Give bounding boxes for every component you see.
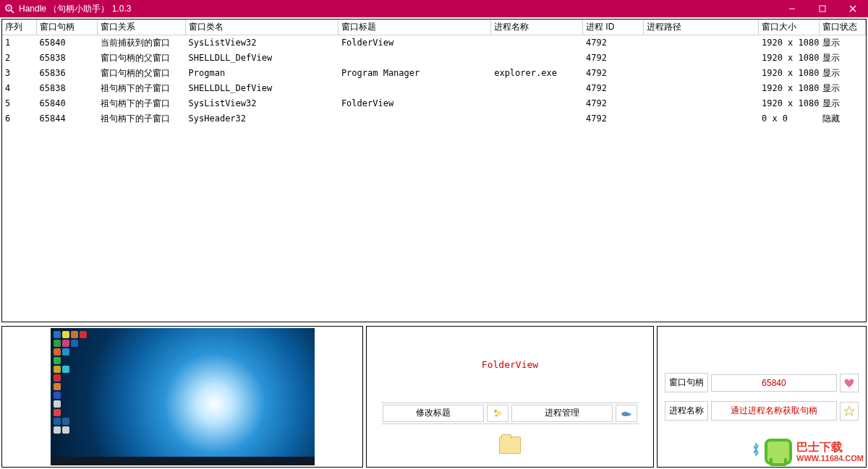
cell-path	[644, 96, 758, 111]
table-row[interactable]: 165840当前捕获到的窗口SysListView32FolderView479…	[2, 35, 866, 51]
cell-process	[491, 96, 583, 111]
folder-icon	[499, 436, 521, 454]
cell-handle: 65840	[37, 96, 98, 111]
cell-state: 显示	[820, 96, 866, 111]
svg-rect-4	[820, 6, 825, 12]
cell-class: SysListView32	[186, 35, 339, 51]
cell-state: 显示	[820, 35, 866, 51]
cell-title: Program Manager	[339, 66, 491, 81]
title-bar: Handle （句柄小助手） 1.0.3	[0, 0, 868, 17]
cell-size: 1920 x 1080	[759, 96, 820, 111]
table-row[interactable]: 665844祖句柄下的子窗口SysHeader3247920 x 0隐藏	[2, 111, 866, 126]
process-field-row: 进程名称 通过进程名称获取句柄	[665, 401, 859, 421]
watermark-url: WWW.11684.COM	[796, 454, 864, 462]
maximize-button[interactable]	[807, 0, 838, 17]
cell-state: 显示	[820, 81, 866, 96]
process-name-value[interactable]: 通过进程名称获取句柄	[711, 401, 837, 421]
cell-process: explorer.exe	[491, 66, 583, 81]
cell-relation: 祖句柄下的子窗口	[98, 96, 186, 111]
table-row[interactable]: 565840祖句柄下的子窗口SysListView32FolderView479…	[2, 96, 866, 111]
cell-relation: 窗口句柄的父窗口	[98, 51, 186, 66]
cell-state: 显示	[820, 66, 866, 81]
cell-seq: 5	[2, 96, 37, 111]
process-name-label: 进程名称	[665, 401, 708, 421]
cell-process	[491, 81, 583, 96]
table-row[interactable]: 465838祖句柄下的子窗口SHELLDLL_DefView47921920 x…	[2, 81, 866, 96]
watermark-text: 巴士下载 WWW.11684.COM	[796, 441, 864, 462]
col-state[interactable]: 窗口状态	[820, 20, 866, 35]
bottom-area: FolderView 修改标题 进程管理 窗口句柄 65840 进程名称 通过进…	[0, 324, 868, 469]
col-path[interactable]: 进程路径	[644, 20, 758, 35]
svg-point-9	[495, 414, 498, 416]
cell-pid: 4792	[583, 96, 644, 111]
close-button[interactable]	[838, 0, 868, 17]
desktop-icons	[54, 331, 87, 434]
handle-table-area: 序列 窗口句柄 窗口关系 窗口类名 窗口标题 进程名称 进程 ID 进程路径 窗…	[1, 19, 867, 322]
mid-buttons-row: 修改标题 进程管理	[381, 403, 639, 424]
table-row[interactable]: 265838窗口句柄的父窗口SHELLDLL_DefView47921920 x…	[2, 51, 866, 66]
table-row[interactable]: 365836窗口句柄的父窗口ProgmanProgram Managerexpl…	[2, 66, 866, 81]
process-manage-button[interactable]: 进程管理	[511, 405, 613, 422]
col-title[interactable]: 窗口标题	[339, 20, 491, 35]
cell-pid: 4792	[583, 81, 644, 96]
cell-class: SysHeader32	[186, 111, 339, 126]
svg-line-2	[11, 10, 14, 13]
cell-process	[491, 35, 583, 51]
cell-title	[339, 111, 491, 126]
heart-icon[interactable]	[840, 374, 859, 392]
cell-relation: 祖句柄下的子窗口	[98, 111, 186, 126]
col-seq[interactable]: 序列	[2, 20, 37, 35]
star-icon[interactable]	[840, 402, 859, 421]
cell-size: 1920 x 1080	[759, 51, 820, 66]
cell-pid: 4792	[583, 51, 644, 66]
cell-state: 显示	[820, 51, 866, 66]
cell-size: 1920 x 1080	[759, 81, 820, 96]
cell-path	[644, 111, 758, 126]
col-size[interactable]: 窗口大小	[759, 20, 820, 35]
cell-size: 1920 x 1080	[759, 66, 820, 81]
cell-path	[644, 81, 758, 96]
table-header-row: 序列 窗口句柄 窗口关系 窗口类名 窗口标题 进程名称 进程 ID 进程路径 窗…	[2, 20, 866, 35]
cell-size: 0 x 0	[759, 111, 820, 126]
svg-point-1	[7, 7, 10, 9]
captured-title-display: FolderView	[367, 327, 653, 403]
cell-class: SysListView32	[186, 96, 339, 111]
folder-preview	[367, 424, 653, 467]
bluetooth-icon	[751, 442, 761, 459]
cell-handle: 65844	[37, 111, 98, 126]
wand-icon[interactable]	[487, 405, 509, 422]
handle-field-row: 窗口句柄 65840	[665, 373, 859, 392]
modify-title-button[interactable]: 修改标题	[383, 405, 484, 422]
cell-size: 1920 x 1080	[759, 35, 820, 51]
cell-seq: 2	[2, 51, 37, 66]
col-relation[interactable]: 窗口关系	[98, 20, 186, 35]
cell-title: FolderView	[339, 35, 491, 51]
cell-state: 隐藏	[820, 111, 866, 126]
col-class[interactable]: 窗口类名	[186, 20, 339, 35]
svg-point-8	[497, 411, 501, 416]
cell-pid: 4792	[583, 35, 644, 51]
cell-class: Progman	[186, 66, 339, 81]
cell-path	[644, 35, 758, 51]
handle-value[interactable]: 65840	[711, 374, 837, 392]
minimize-button[interactable]	[777, 0, 807, 17]
desktop-taskbar	[51, 457, 315, 465]
cell-pid: 4792	[583, 111, 644, 126]
window-title: Handle （句柄小助手） 1.0.3	[19, 3, 777, 15]
cell-pid: 4792	[583, 66, 644, 81]
cell-seq: 4	[2, 81, 37, 96]
cell-title	[339, 51, 491, 66]
handle-label: 窗口句柄	[665, 373, 708, 392]
svg-point-7	[494, 410, 497, 413]
cell-process	[491, 51, 583, 66]
window-controls	[777, 0, 868, 17]
watermark-logo-icon	[765, 439, 792, 465]
col-pid[interactable]: 进程 ID	[583, 20, 644, 35]
cell-handle: 65838	[37, 51, 98, 66]
cell-relation: 窗口句柄的父窗口	[98, 66, 186, 81]
whale-icon[interactable]	[616, 405, 637, 422]
handle-grid: 序列 窗口句柄 窗口关系 窗口类名 窗口标题 进程名称 进程 ID 进程路径 窗…	[2, 20, 866, 126]
svg-point-10	[629, 413, 630, 414]
col-process[interactable]: 进程名称	[491, 20, 583, 35]
col-handle[interactable]: 窗口句柄	[37, 20, 98, 35]
